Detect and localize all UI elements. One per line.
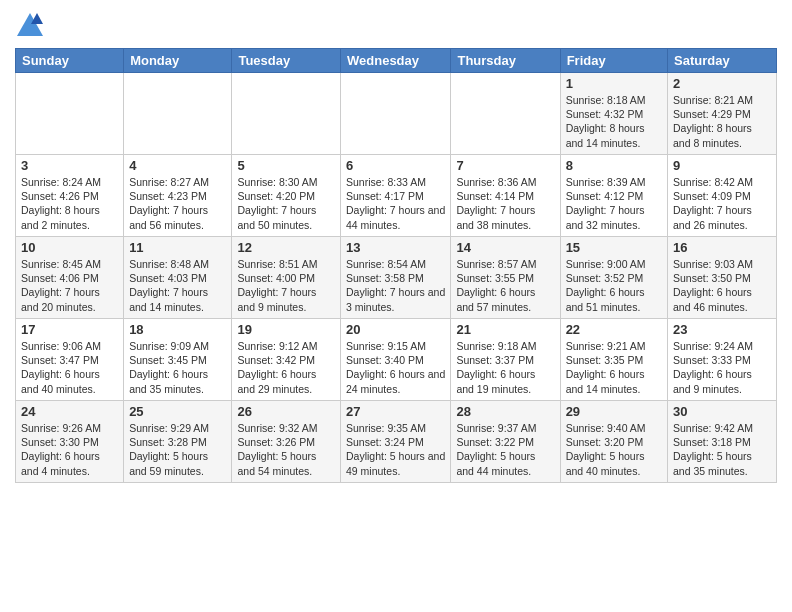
day-info: Sunrise: 8:24 AM Sunset: 4:26 PM Dayligh… (21, 175, 118, 232)
day-cell: 9Sunrise: 8:42 AM Sunset: 4:09 PM Daylig… (668, 155, 777, 237)
day-cell: 18Sunrise: 9:09 AM Sunset: 3:45 PM Dayli… (124, 319, 232, 401)
weekday-wednesday: Wednesday (341, 49, 451, 73)
day-info: Sunrise: 9:06 AM Sunset: 3:47 PM Dayligh… (21, 339, 118, 396)
day-info: Sunrise: 9:18 AM Sunset: 3:37 PM Dayligh… (456, 339, 554, 396)
day-info: Sunrise: 8:54 AM Sunset: 3:58 PM Dayligh… (346, 257, 445, 314)
day-info: Sunrise: 8:21 AM Sunset: 4:29 PM Dayligh… (673, 93, 771, 150)
day-number: 29 (566, 404, 662, 419)
day-number: 30 (673, 404, 771, 419)
day-number: 13 (346, 240, 445, 255)
svg-marker-0 (17, 13, 43, 36)
day-number: 24 (21, 404, 118, 419)
day-info: Sunrise: 8:42 AM Sunset: 4:09 PM Dayligh… (673, 175, 771, 232)
day-info: Sunrise: 9:15 AM Sunset: 3:40 PM Dayligh… (346, 339, 445, 396)
day-info: Sunrise: 8:51 AM Sunset: 4:00 PM Dayligh… (237, 257, 335, 314)
day-cell: 11Sunrise: 8:48 AM Sunset: 4:03 PM Dayli… (124, 237, 232, 319)
day-info: Sunrise: 9:12 AM Sunset: 3:42 PM Dayligh… (237, 339, 335, 396)
day-cell (124, 73, 232, 155)
day-info: Sunrise: 8:57 AM Sunset: 3:55 PM Dayligh… (456, 257, 554, 314)
day-info: Sunrise: 8:45 AM Sunset: 4:06 PM Dayligh… (21, 257, 118, 314)
day-number: 20 (346, 322, 445, 337)
day-info: Sunrise: 8:36 AM Sunset: 4:14 PM Dayligh… (456, 175, 554, 232)
day-cell: 23Sunrise: 9:24 AM Sunset: 3:33 PM Dayli… (668, 319, 777, 401)
day-number: 19 (237, 322, 335, 337)
day-cell: 12Sunrise: 8:51 AM Sunset: 4:00 PM Dayli… (232, 237, 341, 319)
day-cell: 26Sunrise: 9:32 AM Sunset: 3:26 PM Dayli… (232, 401, 341, 483)
day-info: Sunrise: 8:30 AM Sunset: 4:20 PM Dayligh… (237, 175, 335, 232)
day-number: 23 (673, 322, 771, 337)
day-number: 17 (21, 322, 118, 337)
day-info: Sunrise: 9:29 AM Sunset: 3:28 PM Dayligh… (129, 421, 226, 478)
weekday-saturday: Saturday (668, 49, 777, 73)
weekday-friday: Friday (560, 49, 667, 73)
day-number: 4 (129, 158, 226, 173)
day-number: 25 (129, 404, 226, 419)
page: Sunday Monday Tuesday Wednesday Thursday… (0, 0, 792, 612)
day-cell: 29Sunrise: 9:40 AM Sunset: 3:20 PM Dayli… (560, 401, 667, 483)
day-info: Sunrise: 9:03 AM Sunset: 3:50 PM Dayligh… (673, 257, 771, 314)
day-info: Sunrise: 9:37 AM Sunset: 3:22 PM Dayligh… (456, 421, 554, 478)
day-cell (341, 73, 451, 155)
day-info: Sunrise: 9:42 AM Sunset: 3:18 PM Dayligh… (673, 421, 771, 478)
day-cell (232, 73, 341, 155)
day-number: 11 (129, 240, 226, 255)
day-number: 18 (129, 322, 226, 337)
day-number: 15 (566, 240, 662, 255)
day-number: 22 (566, 322, 662, 337)
day-info: Sunrise: 8:27 AM Sunset: 4:23 PM Dayligh… (129, 175, 226, 232)
day-info: Sunrise: 8:33 AM Sunset: 4:17 PM Dayligh… (346, 175, 445, 232)
day-number: 21 (456, 322, 554, 337)
day-number: 26 (237, 404, 335, 419)
day-cell: 28Sunrise: 9:37 AM Sunset: 3:22 PM Dayli… (451, 401, 560, 483)
day-cell (451, 73, 560, 155)
header (15, 10, 777, 40)
day-cell: 16Sunrise: 9:03 AM Sunset: 3:50 PM Dayli… (668, 237, 777, 319)
day-info: Sunrise: 8:48 AM Sunset: 4:03 PM Dayligh… (129, 257, 226, 314)
day-info: Sunrise: 9:09 AM Sunset: 3:45 PM Dayligh… (129, 339, 226, 396)
day-info: Sunrise: 9:21 AM Sunset: 3:35 PM Dayligh… (566, 339, 662, 396)
day-number: 12 (237, 240, 335, 255)
week-row-4: 24Sunrise: 9:26 AM Sunset: 3:30 PM Dayli… (16, 401, 777, 483)
day-cell: 7Sunrise: 8:36 AM Sunset: 4:14 PM Daylig… (451, 155, 560, 237)
day-info: Sunrise: 9:24 AM Sunset: 3:33 PM Dayligh… (673, 339, 771, 396)
day-cell: 30Sunrise: 9:42 AM Sunset: 3:18 PM Dayli… (668, 401, 777, 483)
week-row-0: 1Sunrise: 8:18 AM Sunset: 4:32 PM Daylig… (16, 73, 777, 155)
day-info: Sunrise: 9:26 AM Sunset: 3:30 PM Dayligh… (21, 421, 118, 478)
day-info: Sunrise: 8:18 AM Sunset: 4:32 PM Dayligh… (566, 93, 662, 150)
day-number: 1 (566, 76, 662, 91)
day-info: Sunrise: 9:35 AM Sunset: 3:24 PM Dayligh… (346, 421, 445, 478)
day-cell: 25Sunrise: 9:29 AM Sunset: 3:28 PM Dayli… (124, 401, 232, 483)
day-cell (16, 73, 124, 155)
day-cell: 8Sunrise: 8:39 AM Sunset: 4:12 PM Daylig… (560, 155, 667, 237)
weekday-thursday: Thursday (451, 49, 560, 73)
weekday-sunday: Sunday (16, 49, 124, 73)
day-info: Sunrise: 9:00 AM Sunset: 3:52 PM Dayligh… (566, 257, 662, 314)
day-cell: 21Sunrise: 9:18 AM Sunset: 3:37 PM Dayli… (451, 319, 560, 401)
day-number: 16 (673, 240, 771, 255)
day-number: 27 (346, 404, 445, 419)
day-cell: 19Sunrise: 9:12 AM Sunset: 3:42 PM Dayli… (232, 319, 341, 401)
day-number: 14 (456, 240, 554, 255)
logo-icon (15, 10, 45, 40)
calendar-body: 1Sunrise: 8:18 AM Sunset: 4:32 PM Daylig… (16, 73, 777, 483)
day-number: 9 (673, 158, 771, 173)
calendar-header: Sunday Monday Tuesday Wednesday Thursday… (16, 49, 777, 73)
day-cell: 4Sunrise: 8:27 AM Sunset: 4:23 PM Daylig… (124, 155, 232, 237)
day-cell: 5Sunrise: 8:30 AM Sunset: 4:20 PM Daylig… (232, 155, 341, 237)
logo (15, 10, 49, 40)
day-cell: 3Sunrise: 8:24 AM Sunset: 4:26 PM Daylig… (16, 155, 124, 237)
day-number: 10 (21, 240, 118, 255)
day-number: 6 (346, 158, 445, 173)
day-cell: 15Sunrise: 9:00 AM Sunset: 3:52 PM Dayli… (560, 237, 667, 319)
day-cell: 1Sunrise: 8:18 AM Sunset: 4:32 PM Daylig… (560, 73, 667, 155)
day-cell: 6Sunrise: 8:33 AM Sunset: 4:17 PM Daylig… (341, 155, 451, 237)
day-cell: 14Sunrise: 8:57 AM Sunset: 3:55 PM Dayli… (451, 237, 560, 319)
weekday-tuesday: Tuesday (232, 49, 341, 73)
day-cell: 20Sunrise: 9:15 AM Sunset: 3:40 PM Dayli… (341, 319, 451, 401)
weekday-monday: Monday (124, 49, 232, 73)
day-cell: 17Sunrise: 9:06 AM Sunset: 3:47 PM Dayli… (16, 319, 124, 401)
day-cell: 24Sunrise: 9:26 AM Sunset: 3:30 PM Dayli… (16, 401, 124, 483)
calendar: Sunday Monday Tuesday Wednesday Thursday… (15, 48, 777, 483)
day-cell: 13Sunrise: 8:54 AM Sunset: 3:58 PM Dayli… (341, 237, 451, 319)
day-number: 3 (21, 158, 118, 173)
